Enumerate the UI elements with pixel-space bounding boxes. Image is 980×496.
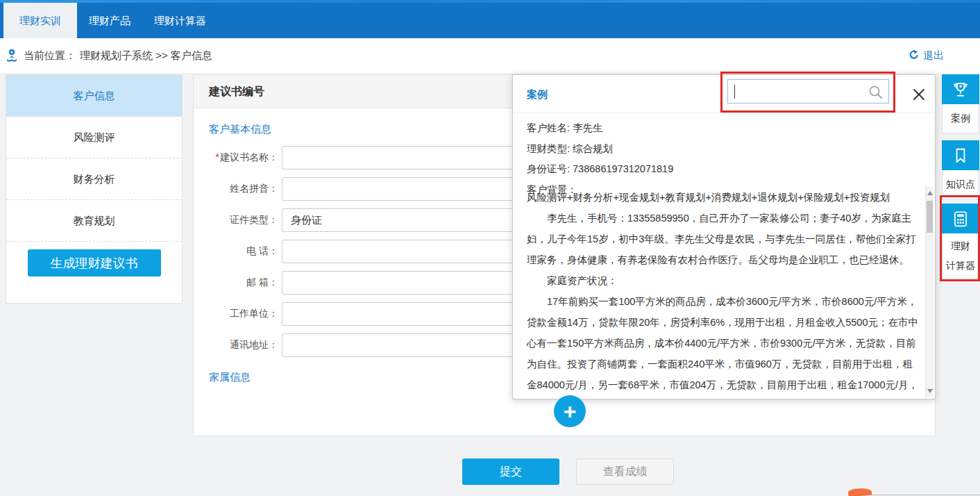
tab-licai-shixun[interactable]: 理财实训 <box>3 3 77 38</box>
case-assets-paragraph: 17年前购买一套100平方米的商品房，成本价3600元/平方米，市价8600元/… <box>527 291 921 398</box>
sidebar-item-financial-analysis[interactable]: 财务分析 <box>6 158 182 200</box>
search-icon[interactable] <box>868 84 884 104</box>
sidebar-item-education-planning[interactable]: 教育规划 <box>6 200 182 242</box>
case-assets-heading: 家庭资产状况： <box>527 270 921 291</box>
case-customer-name: 客户姓名: 李先生 <box>527 118 907 139</box>
case-background-text[interactable]: 风险测评+财务分析+现金规划+教育规划+消费规划+退休规划+保险规划+投资规划 … <box>527 187 921 398</box>
tool-calculator-label-line1: 理财 <box>943 236 979 256</box>
plus-icon: + <box>564 400 577 422</box>
tool-calculator-label[interactable]: 理财 计算器 <box>942 233 979 280</box>
scroll-down-arrow-icon[interactable] <box>927 389 933 393</box>
tab-licai-jisuanqi[interactable]: 理财计算器 <box>142 3 218 38</box>
case-panel-header: 案例 <box>513 75 935 113</box>
breadcrumb: 当前位置： 理财规划子系统 >> 客户信息 <box>6 38 212 73</box>
case-id-number: 身份证号: 738686197312071819 <box>527 159 907 180</box>
tool-calculator[interactable]: 理财 计算器 <box>942 204 979 280</box>
generate-proposal-button[interactable]: 生成理财建议书 <box>28 249 161 276</box>
tab-licai-chanpin[interactable]: 理财产品 <box>77 3 142 38</box>
case-family-paragraph: 李先生，手机号：13355859950，自己开办了一家装修公司；妻子40岁，为家… <box>527 208 921 270</box>
breadcrumb-label: 当前位置： <box>24 49 76 63</box>
tool-knowledge[interactable]: 知识点 <box>942 140 979 199</box>
add-family-member-button[interactable]: + <box>554 395 586 427</box>
top-navbar: 理财实训 理财产品 理财计算器 <box>0 0 980 38</box>
case-planning-type: 理财类型: 综合规划 <box>527 139 907 160</box>
logout-label: 退出 <box>923 49 944 63</box>
view-score-button[interactable]: 查看成绩 <box>576 458 674 485</box>
tool-knowledge-label[interactable]: 知识点 <box>942 170 979 199</box>
scrollbar[interactable] <box>925 187 933 397</box>
proposal-name-label: *建议书名称： <box>209 151 278 164</box>
workplace-label: 工作单位： <box>209 308 278 320</box>
breadcrumb-bar: 当前位置： 理财规划子系统 >> 客户信息 退出 <box>0 38 980 73</box>
breadcrumb-path: 理财规划子系统 >> 客户信息 <box>80 49 212 63</box>
case-overlay-panel: 案例 客户姓名: 李先生 理财类型: 综合规划 <box>512 74 936 399</box>
case-search-input[interactable] <box>728 80 888 103</box>
tool-calculator-label-line2: 计算器 <box>943 256 979 275</box>
text-caret <box>734 85 735 99</box>
pinyin-label: 姓名拼音： <box>209 183 278 195</box>
logout-arrow-icon <box>908 49 923 63</box>
logout-button[interactable]: 退出 <box>908 38 944 73</box>
submit-button[interactable]: 提交 <box>462 458 559 485</box>
nav-tabs: 理财实训 理财产品 理财计算器 <box>3 3 218 38</box>
tool-case-label[interactable]: 案例 <box>942 104 979 133</box>
location-user-icon <box>6 48 24 64</box>
scrollbar-thumb[interactable] <box>927 201 933 233</box>
case-panel-title: 案例 <box>527 75 548 113</box>
sidebar-item-risk-assessment[interactable]: 风险测评 <box>6 117 182 158</box>
case-search-box <box>727 79 889 104</box>
tool-case[interactable]: 案例 <box>942 74 979 133</box>
left-sidebar: 客户信息 风险测评 财务分析 教育规划 生成理财建议书 <box>6 74 183 304</box>
required-marker: * <box>216 151 219 163</box>
sidebar-item-customer-info[interactable]: 客户信息 <box>6 75 182 117</box>
trophy-icon[interactable] <box>942 74 979 104</box>
bookmark-icon[interactable] <box>942 140 979 170</box>
financial-planning-app: 理财实训 理财产品 理财计算器 当前位置： 理财规划子系统 >> 客户信息 <box>0 0 980 496</box>
calculator-icon[interactable] <box>942 204 979 233</box>
case-services-line: 风险测评+财务分析+现金规划+教育规划+消费规划+退休规划+保险规划+投资规划 <box>527 187 921 208</box>
bottom-widget-divider <box>868 495 980 495</box>
phone-label: 电 话： <box>209 245 278 258</box>
address-label: 通讯地址： <box>209 339 278 352</box>
close-icon[interactable] <box>911 87 927 102</box>
email-label: 邮 箱： <box>209 276 278 289</box>
id-type-label: 证件类型： <box>209 214 278 226</box>
scroll-up-arrow-icon[interactable] <box>927 191 933 195</box>
